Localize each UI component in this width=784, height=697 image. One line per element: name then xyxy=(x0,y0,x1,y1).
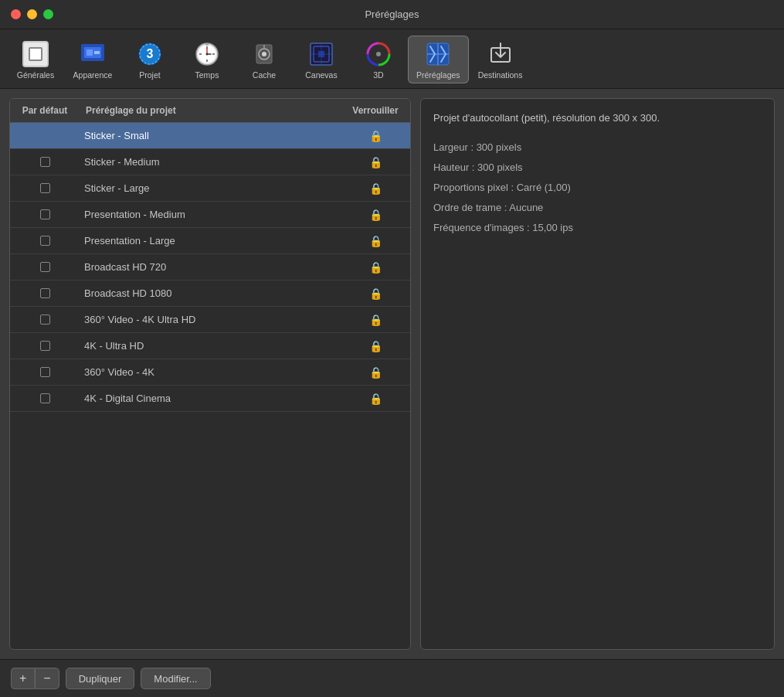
table-header: Par défaut Préréglage du projet Verrouil… xyxy=(10,99,410,123)
table-row[interactable]: 360° Video - 4K Ultra HD 🔒 xyxy=(10,307,410,333)
destinations-icon xyxy=(486,39,515,69)
header-lock: Verrouiller xyxy=(341,104,410,117)
row-lock-9: 🔒 xyxy=(341,366,410,379)
table-row[interactable]: Sticker - Large 🔒 xyxy=(10,175,410,202)
generales-icon xyxy=(21,39,50,69)
table-row[interactable]: Presentation - Large 🔒 xyxy=(10,228,410,254)
row-lock-1: 🔒 xyxy=(341,156,410,168)
svg-point-15 xyxy=(206,53,209,56)
toolbar-label-temps: Temps xyxy=(195,70,219,80)
projet-icon: 3 xyxy=(135,39,165,69)
checkbox-2[interactable] xyxy=(40,183,50,193)
detail-prop-1: Hauteur : 300 pixels xyxy=(433,158,762,178)
header-default: Par défaut xyxy=(10,104,80,117)
minimize-button[interactable] xyxy=(27,9,37,19)
table-row[interactable]: 4K - Ultra HD 🔒 xyxy=(10,333,410,359)
checkbox-10[interactable] xyxy=(40,393,50,403)
row-name-3: Presentation - Medium xyxy=(80,209,341,220)
close-button[interactable] xyxy=(11,9,21,19)
detail-properties: Largeur : 300 pixels Hauteur : 300 pixel… xyxy=(433,138,762,238)
row-name-5: Broadcast HD 720 xyxy=(80,261,341,273)
svg-point-19 xyxy=(262,52,266,56)
checkbox-4[interactable] xyxy=(40,236,50,246)
detail-panel: Projet d'autocollant (petit), résolution… xyxy=(420,98,775,650)
toolbar-item-generales[interactable]: Générales xyxy=(8,36,63,83)
row-default-4 xyxy=(10,236,80,246)
detail-prop-0: Largeur : 300 pixels xyxy=(433,138,762,158)
checkbox-9[interactable] xyxy=(40,367,50,377)
temps-icon xyxy=(192,39,222,69)
checkbox-3[interactable] xyxy=(40,209,50,219)
row-default-7 xyxy=(10,314,80,325)
add-remove-group: + − xyxy=(11,668,59,689)
prereglages-icon xyxy=(423,39,453,69)
svg-rect-16 xyxy=(205,43,209,46)
toolbar-item-prereglages[interactable]: Préréglages xyxy=(408,36,469,83)
row-lock-5: 🔒 xyxy=(341,261,410,274)
svg-rect-3 xyxy=(94,51,100,54)
toolbar-item-canevas[interactable]: Canevas xyxy=(294,36,349,83)
row-default-6 xyxy=(10,288,80,298)
table-row[interactable]: Broadcast HD 1080 🔒 xyxy=(10,280,410,307)
apparence-icon xyxy=(78,39,107,69)
row-name-2: Sticker - Large xyxy=(80,182,341,194)
presets-table: Par défaut Préréglage du projet Verrouil… xyxy=(9,98,411,650)
row-default-9 xyxy=(10,367,80,377)
toolbar-item-apparence[interactable]: Apparence xyxy=(65,36,120,83)
3d-icon xyxy=(364,39,393,69)
cache-icon xyxy=(249,39,279,69)
maximize-button[interactable] xyxy=(43,9,53,19)
table-row[interactable]: 4K - Digital Cinema 🔒 xyxy=(10,386,410,412)
svg-point-27 xyxy=(376,52,381,56)
window-title: Préréglages xyxy=(365,8,419,20)
row-lock-0: 🔒 xyxy=(341,130,410,142)
toolbar-item-projet[interactable]: 3 Projet xyxy=(122,36,178,83)
row-name-4: Presentation - Large xyxy=(80,235,341,246)
modify-button[interactable]: Modifier... xyxy=(141,668,210,689)
toolbar-item-cache[interactable]: Cache xyxy=(236,36,292,83)
table-row[interactable]: 360° Video - 4K 🔒 xyxy=(10,359,410,386)
row-name-8: 4K - Ultra HD xyxy=(80,340,341,352)
main-content: Par défaut Préréglage du projet Verrouil… xyxy=(0,89,784,659)
toolbar-label-canevas: Canevas xyxy=(305,70,337,80)
toolbar-item-destinations[interactable]: Destinations xyxy=(470,36,531,83)
header-preset: Préréglage du projet xyxy=(80,104,341,117)
toolbar-label-prereglages: Préréglages xyxy=(416,70,460,80)
checkbox-8[interactable] xyxy=(40,341,50,351)
row-lock-4: 🔒 xyxy=(341,235,410,247)
toolbar-item-temps[interactable]: Temps xyxy=(179,36,235,83)
row-name-6: Broadcast HD 1080 xyxy=(80,287,341,299)
row-lock-2: 🔒 xyxy=(341,182,410,195)
duplicate-button[interactable]: Dupliquer xyxy=(66,668,135,689)
table-row[interactable]: Sticker - Medium 🔒 xyxy=(10,149,410,175)
remove-button[interactable]: − xyxy=(35,668,59,689)
detail-title: Projet d'autocollant (petit), résolution… xyxy=(433,111,762,125)
row-lock-3: 🔒 xyxy=(341,209,410,221)
detail-prop-3: Ordre de trame : Aucune xyxy=(433,198,762,218)
row-name-0: Sticker - Small xyxy=(80,130,341,141)
bottom-bar: + − Dupliquer Modifier... xyxy=(0,659,784,697)
window-controls[interactable] xyxy=(11,9,53,19)
row-default-8 xyxy=(10,341,80,351)
add-button[interactable]: + xyxy=(11,668,35,689)
checkbox-5[interactable] xyxy=(40,262,50,272)
checkbox-7[interactable] xyxy=(40,314,50,325)
checkbox-1[interactable] xyxy=(40,157,50,167)
row-default-10 xyxy=(10,393,80,403)
row-name-7: 360° Video - 4K Ultra HD xyxy=(80,314,341,325)
row-lock-10: 🔒 xyxy=(341,393,410,405)
toolbar-item-3d[interactable]: 3D xyxy=(351,36,406,83)
toolbar-label-3d: 3D xyxy=(373,70,383,80)
table-body: Sticker - Small 🔒 Sticker - Medium 🔒 Sti… xyxy=(10,123,410,649)
table-row[interactable]: Presentation - Medium 🔒 xyxy=(10,202,410,228)
svg-text:3: 3 xyxy=(147,47,154,60)
row-lock-7: 🔒 xyxy=(341,314,410,326)
row-name-9: 360° Video - 4K xyxy=(80,366,341,378)
checkbox-6[interactable] xyxy=(40,288,50,298)
canevas-icon xyxy=(307,39,336,69)
table-row[interactable]: Sticker - Small 🔒 xyxy=(10,123,410,149)
row-default-1 xyxy=(10,157,80,167)
table-row[interactable]: Broadcast HD 720 🔒 xyxy=(10,254,410,280)
toolbar-label-apparence: Apparence xyxy=(73,70,113,80)
row-default-3 xyxy=(10,209,80,219)
